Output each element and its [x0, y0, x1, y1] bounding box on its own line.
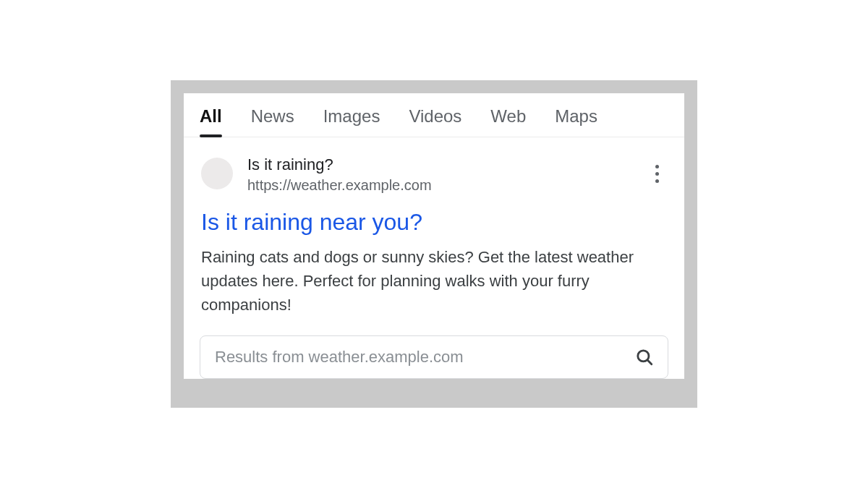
- search-icon[interactable]: [633, 346, 656, 369]
- search-tabs: All News Images Videos Web Maps: [184, 93, 684, 137]
- tab-maps[interactable]: Maps: [555, 106, 597, 137]
- result-header: Is it raining? https://weather.example.c…: [201, 156, 667, 193]
- result-description: Raining cats and dogs or sunny skies? Ge…: [201, 245, 667, 317]
- site-info: Is it raining? https://weather.example.c…: [247, 156, 647, 193]
- search-result-card: All News Images Videos Web Maps Is it ra…: [184, 93, 684, 378]
- site-name: Is it raining?: [247, 156, 647, 174]
- tab-news[interactable]: News: [251, 106, 294, 137]
- site-url: https://weather.example.com: [247, 177, 647, 194]
- result-title-link[interactable]: Is it raining near you?: [201, 210, 667, 235]
- search-result: Is it raining? https://weather.example.c…: [184, 137, 684, 316]
- tab-web[interactable]: Web: [490, 106, 526, 137]
- tab-all[interactable]: All: [200, 106, 222, 137]
- tab-videos[interactable]: Videos: [409, 106, 461, 137]
- tab-images[interactable]: Images: [323, 106, 380, 137]
- outer-frame: All News Images Videos Web Maps Is it ra…: [171, 80, 697, 407]
- site-search-input[interactable]: [213, 347, 633, 367]
- site-search-box[interactable]: [200, 335, 668, 379]
- svg-line-1: [647, 360, 652, 364]
- site-favicon-icon: [201, 158, 233, 189]
- more-options-icon[interactable]: [647, 159, 667, 189]
